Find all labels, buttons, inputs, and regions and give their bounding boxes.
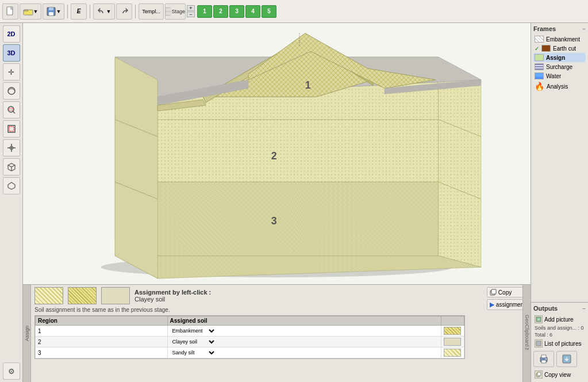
soils-assign-info: Soils and assign... : 0 [533, 324, 586, 331]
swatch-dotted[interactable] [34, 287, 63, 304]
embankment-icon [535, 36, 544, 43]
region-cell: 2 [36, 337, 168, 347]
scene-label-3: 3 [271, 215, 277, 227]
frames-minimize[interactable]: − [582, 26, 586, 32]
template-button[interactable]: Templ... [139, 3, 164, 20]
frame-item-assign[interactable]: Assign [533, 53, 586, 62]
list-pictures-btn[interactable]: List of pictures [533, 338, 586, 349]
stage-minus[interactable]: − [187, 12, 195, 17]
edit-button[interactable]: E [71, 3, 87, 20]
undo-button[interactable]: ▼ [93, 3, 115, 20]
total-row: Total : 6 [533, 331, 586, 338]
front-view-btn[interactable] [3, 139, 20, 156]
stage-tab-4[interactable]: 4 [245, 5, 260, 18]
assigned-col-header: Assigned soil [167, 316, 441, 326]
3d-view-btn[interactable]: 3D [3, 44, 20, 62]
left-sidebar: 2D 3D ✛ ⚙ [0, 23, 23, 382]
3d-box-btn[interactable] [3, 158, 20, 175]
new-button[interactable] [2, 3, 18, 20]
frame-item-earthcut[interactable]: ✓ Earth cut [533, 44, 586, 53]
copy-view-icon [535, 370, 543, 379]
surcharge-label: Surcharge [546, 64, 572, 70]
frame-item-surcharge[interactable]: Surcharge [533, 62, 586, 71]
print-btn[interactable] [533, 351, 554, 367]
orbit-btn[interactable] [3, 82, 20, 100]
assignment-title: Assignment by left-click : [134, 289, 211, 296]
2d-view-btn[interactable]: 2D [3, 25, 20, 43]
zoom-extent-btn[interactable] [3, 120, 20, 137]
soil-cell[interactable]: Embankment [167, 326, 441, 337]
soil-select[interactable]: Embankment [170, 327, 216, 334]
stage-plus[interactable]: + [187, 5, 195, 11]
svg-rect-65 [537, 372, 541, 376]
save-button[interactable]: ▼ [43, 3, 64, 20]
soil-select[interactable]: Sandy silt [170, 349, 216, 356]
soil-select[interactable]: Clayey soil [170, 338, 216, 345]
svg-rect-4 [49, 12, 53, 16]
region-col-header: Region [36, 316, 168, 326]
texture-cell [441, 337, 464, 347]
copy-view-label: Copy view [544, 372, 571, 378]
svg-rect-10 [9, 108, 13, 110]
stage-button[interactable]: Stage [165, 3, 186, 20]
stage-tab-5[interactable]: 5 [262, 5, 276, 18]
svg-marker-16 [8, 182, 15, 189]
frames-title: Frames [533, 25, 556, 32]
export-btn[interactable] [556, 351, 577, 367]
add-picture-icon: + [535, 315, 543, 323]
settings-btn[interactable]: ⚙ [3, 362, 20, 380]
assign-tab-label: Assign [24, 326, 30, 341]
viewport[interactable]: 1 2 3 [23, 23, 531, 284]
geoclipboard-text: GeoClipboard™ [524, 315, 530, 353]
copy-view-btn[interactable]: Copy view [533, 369, 586, 380]
stage-tab-2[interactable]: 2 [213, 5, 228, 18]
geoclipboard-label: GeoClipboard™ [522, 285, 531, 382]
sep2 [90, 5, 90, 18]
soil-assignment-table: Region Assigned soil 1 Embankment [34, 315, 465, 359]
frames-header: Frames − [533, 25, 586, 32]
add-picture-btn[interactable]: + Add picture [533, 314, 586, 324]
print-row [533, 351, 586, 367]
total-label: Total : [535, 332, 548, 338]
swatch-plain[interactable] [101, 287, 130, 304]
open-button[interactable]: ▼ [20, 3, 41, 20]
svg-marker-38 [115, 57, 157, 278]
stage-tab-3[interactable]: 3 [229, 5, 244, 18]
iso-view-btn[interactable] [3, 177, 20, 194]
stage-tabs: 1 2 3 4 5 [197, 5, 276, 18]
earthcut-icon [541, 45, 551, 52]
svg-point-62 [545, 358, 547, 360]
soil-cell[interactable]: Clayey soil [167, 337, 441, 347]
move-tool-btn[interactable]: ✛ [3, 63, 20, 81]
outputs-minimize[interactable]: − [582, 305, 586, 312]
frame-item-analysis[interactable]: 🔥 Analysis [533, 81, 586, 92]
soil-cell[interactable]: Sandy silt [167, 347, 441, 358]
svg-rect-60 [541, 355, 546, 358]
same-as-previous: Soil assignment is the same as in the pr… [34, 307, 465, 313]
analysis-icon: 🔥 [535, 82, 544, 91]
right-panel: Frames − Embankment ✓ Earth cut Assign [531, 23, 588, 382]
redo-button[interactable] [116, 3, 132, 20]
center-content: 1 2 3 Assign Assignment by left [23, 23, 531, 382]
outputs-header: Outputs − [533, 305, 586, 312]
assignment-value: Clayey soil [134, 296, 211, 303]
table-row: 1 Embankment [36, 326, 464, 337]
bottom-panel: Assign Assignment by left-click : Clayey… [23, 284, 531, 382]
swatch-cross[interactable] [68, 287, 97, 304]
svg-text:+: + [537, 318, 540, 322]
scene-label-2: 2 [271, 150, 277, 162]
svg-rect-12 [9, 127, 14, 131]
list-pictures-icon [535, 339, 543, 347]
stage-plus-minus: + − [187, 5, 195, 17]
zoom-window-btn[interactable] [3, 101, 20, 119]
sep3 [135, 5, 136, 18]
analysis-label: Analysis [547, 83, 568, 90]
frame-item-embankment[interactable]: Embankment [533, 35, 586, 44]
sep1 [67, 5, 68, 18]
main-layout: 2D 3D ✛ ⚙ [0, 23, 588, 382]
scene-svg: 1 2 3 [23, 23, 531, 284]
stage-tab-1[interactable]: 1 [197, 5, 212, 18]
assignment-copy-label: assignment [496, 301, 525, 308]
texture-cell [441, 347, 464, 358]
frame-item-water[interactable]: Water [533, 71, 586, 81]
